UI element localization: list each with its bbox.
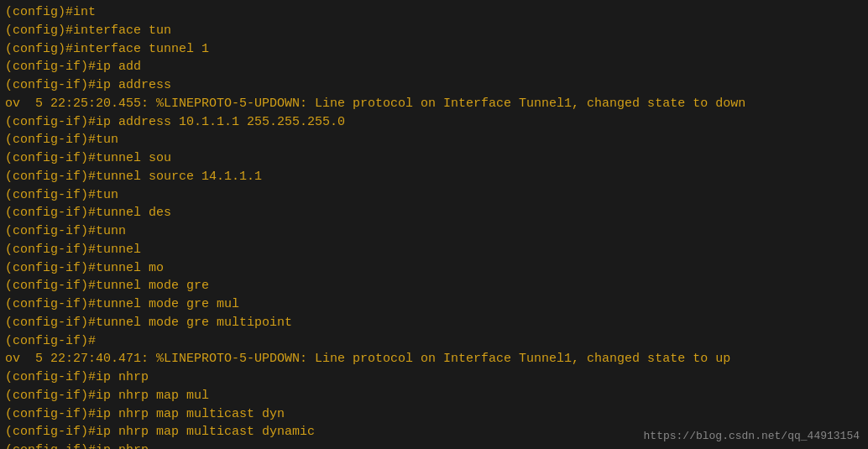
terminal-line: ov 5 22:25:20.455: %LINEPROTO-5-UPDOWN: … bbox=[5, 95, 863, 113]
terminal-line: (config)#interface tunnel 1 bbox=[5, 40, 863, 59]
terminal-line: (config-if)#ip address 10.1.1.1 255.255.… bbox=[5, 113, 863, 132]
terminal-line: (config-if)#ip nhrp map mul bbox=[5, 387, 863, 405]
terminal-window: (config)#int(config)#interface tun(confi… bbox=[0, 0, 868, 449]
terminal-line: (config)#int bbox=[5, 3, 863, 22]
terminal-line: (config-if)#ip nhrp map multicast dyn bbox=[5, 405, 863, 424]
terminal-line: (config-if)#tunnel mode gre bbox=[5, 277, 863, 295]
terminal-line: (config-if)#tunnel des bbox=[5, 204, 863, 222]
terminal-line: (config)#interface tun bbox=[5, 22, 863, 40]
terminal-line: (config-if)#ip add bbox=[5, 58, 863, 76]
watermark: https://blog.csdn.net/qq_44913154 bbox=[644, 430, 860, 442]
terminal-line: (config-if)#tunnel mode gre multipoint bbox=[5, 314, 863, 332]
terminal-line: (config-if)#ip nhrp bbox=[5, 368, 863, 387]
terminal-line: (config-if)#tunnel mode gre mul bbox=[5, 295, 863, 314]
terminal-output: (config)#int(config)#interface tun(confi… bbox=[5, 3, 863, 449]
terminal-line: ov 5 22:27:40.471: %LINEPROTO-5-UPDOWN: … bbox=[5, 350, 863, 368]
terminal-line: (config-if)#tunnel sou bbox=[5, 149, 863, 168]
terminal-line: (config-if)#tunnel bbox=[5, 241, 863, 259]
terminal-line: (config-if)# bbox=[5, 332, 863, 351]
terminal-line: (config-if)#tun bbox=[5, 186, 863, 205]
terminal-line: (config-if)#tunnel source 14.1.1.1 bbox=[5, 168, 863, 186]
terminal-line: (config-if)#ip address bbox=[5, 76, 863, 95]
terminal-line: (config-if)#tun bbox=[5, 131, 863, 149]
terminal-line: (config-if)#tunn bbox=[5, 222, 863, 241]
terminal-line: (config-if)#ip nhrp bbox=[5, 441, 863, 449]
terminal-line: (config-if)#tunnel mo bbox=[5, 259, 863, 278]
